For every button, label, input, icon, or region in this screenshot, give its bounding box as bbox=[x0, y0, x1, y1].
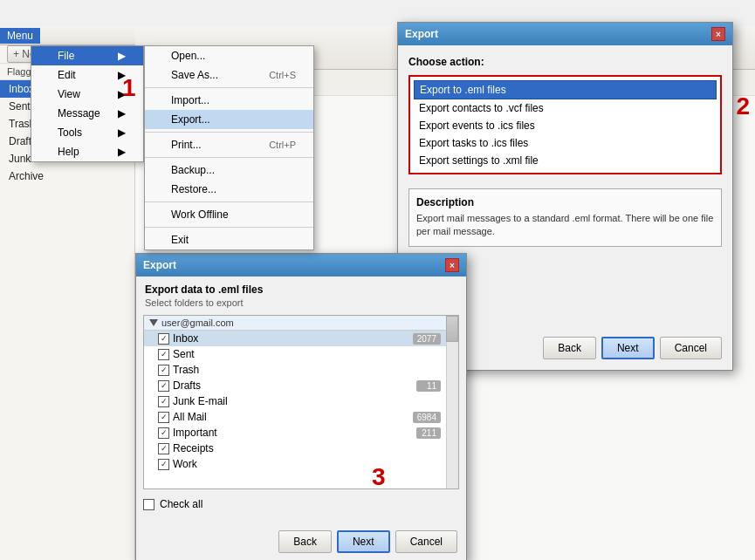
badge-inbox: 2077 bbox=[413, 333, 441, 345]
step-2-label: 2 bbox=[736, 92, 750, 120]
option-xml[interactable]: Export settings to .xml file bbox=[414, 152, 717, 169]
badge-sent bbox=[416, 349, 441, 360]
file-print[interactable]: Print... Ctrl+P bbox=[145, 135, 313, 154]
dialog-2-next-btn[interactable]: Next bbox=[337, 530, 390, 553]
menu-bar: Menu bbox=[0, 26, 135, 45]
checkbox-receipts[interactable] bbox=[158, 443, 169, 454]
description-section: Description Export mail messages to a st… bbox=[408, 188, 722, 247]
checkbox-drafts[interactable] bbox=[158, 380, 169, 392]
export-dialog-2: Export × Export data to .eml files Selec… bbox=[135, 253, 467, 560]
checkbox-trash[interactable] bbox=[158, 365, 169, 376]
label-receipts: Receipts bbox=[173, 442, 214, 454]
folder-allmail: All Mail 6984 bbox=[144, 409, 446, 425]
dialog-2-cancel-btn[interactable]: Cancel bbox=[395, 530, 457, 553]
option-tasks-ics[interactable]: Export tasks to .ics files bbox=[414, 134, 717, 152]
step-1-label: 1 bbox=[122, 74, 136, 102]
checkbox-important[interactable] bbox=[158, 427, 169, 439]
check-all-row: Check all bbox=[136, 493, 466, 516]
menu-tools[interactable]: Tools▶ bbox=[31, 123, 143, 142]
email-header-row: user@gmail.com bbox=[144, 316, 446, 331]
file-open[interactable]: Open... bbox=[145, 46, 313, 65]
folder-scroll[interactable]: user@gmail.com Inbox 2077 Sent bbox=[144, 316, 458, 488]
label-trash: Trash bbox=[173, 364, 199, 376]
file-export[interactable]: Export... bbox=[145, 110, 313, 129]
file-save-as[interactable]: Save As... Ctrl+S bbox=[145, 65, 313, 85]
dialog-2-back-btn[interactable]: Back bbox=[278, 530, 332, 553]
dialog-2-titlebar: Export × bbox=[136, 254, 466, 277]
check-all-label: Check all bbox=[160, 498, 202, 510]
email-address: user@gmail.com bbox=[161, 318, 234, 328]
badge-junk bbox=[416, 396, 441, 407]
check-all-checkbox[interactable] bbox=[143, 499, 154, 510]
option-events-ics[interactable]: Export events to .ics files bbox=[414, 117, 717, 134]
step-3-label: 3 bbox=[372, 463, 386, 491]
separator-1 bbox=[145, 87, 313, 88]
label-allmail: All Mail bbox=[173, 411, 207, 423]
dialog-2-buttons: Back Next Cancel bbox=[278, 530, 457, 553]
checkbox-sent[interactable] bbox=[158, 349, 169, 360]
choose-action-label: Choose action: bbox=[408, 56, 722, 68]
menu-top-item[interactable]: Menu bbox=[0, 28, 40, 44]
folder-important: Important 211 bbox=[144, 425, 446, 440]
scrollbar-thumb[interactable] bbox=[446, 316, 458, 342]
dialog-1-body: Choose action: Export to .eml files Expo… bbox=[398, 45, 732, 257]
file-restore[interactable]: Restore... bbox=[145, 180, 313, 199]
badge-trash bbox=[416, 365, 441, 376]
folder-sent: Sent bbox=[144, 346, 446, 362]
folder-junk: Junk E-mail bbox=[144, 393, 446, 409]
badge-important: 211 bbox=[416, 427, 441, 439]
sidebar-item-archive[interactable]: Archive bbox=[0, 167, 134, 185]
dialog-2-heading: Export data to .eml files bbox=[145, 283, 457, 296]
expand-icon bbox=[149, 319, 158, 326]
menu-message[interactable]: Message▶ bbox=[31, 104, 143, 123]
options-list: Export to .eml files Export contacts to … bbox=[408, 75, 722, 174]
dialog-2-close[interactable]: × bbox=[445, 258, 459, 272]
checkbox-inbox[interactable] bbox=[158, 333, 169, 345]
dialog-1-next-btn[interactable]: Next bbox=[601, 337, 655, 359]
description-label: Description bbox=[416, 196, 714, 208]
dialog-2-subheading: Select folders to export bbox=[145, 297, 457, 308]
badge-allmail: 6984 bbox=[413, 412, 441, 423]
separator-4 bbox=[145, 201, 313, 202]
folder-receipts: Receipts bbox=[144, 440, 446, 456]
scrollbar-track bbox=[446, 316, 458, 488]
folder-list-container: user@gmail.com Inbox 2077 Sent bbox=[143, 315, 459, 489]
label-inbox: Inbox bbox=[173, 332, 198, 345]
file-submenu: File▶ Edit▶ View▶ Message▶ Tools▶ Help▶ bbox=[31, 45, 144, 162]
badge-receipts bbox=[416, 443, 441, 454]
file-import[interactable]: Import... bbox=[145, 91, 313, 110]
label-drafts: Drafts bbox=[173, 379, 201, 392]
dialog-1-titlebar: Export × bbox=[398, 23, 732, 45]
label-junk: Junk E-mail bbox=[173, 395, 228, 407]
separator-2 bbox=[145, 132, 313, 133]
option-vcf[interactable]: Export contacts to .vcf files bbox=[414, 99, 717, 117]
file-exit[interactable]: Exit bbox=[145, 230, 313, 249]
label-important: Important bbox=[173, 427, 217, 439]
separator-5 bbox=[145, 227, 313, 228]
file-backup[interactable]: Backup... bbox=[145, 160, 313, 180]
dialog-2-heading-area: Export data to .eml files Select folders… bbox=[136, 277, 466, 311]
checkbox-allmail[interactable] bbox=[158, 412, 169, 423]
file-dropdown: Open... Save As... Ctrl+S Import... Expo… bbox=[144, 45, 314, 250]
option-eml[interactable]: Export to .eml files bbox=[414, 80, 717, 99]
dialog-1-back-btn[interactable]: Back bbox=[543, 337, 596, 359]
menu-help[interactable]: Help▶ bbox=[31, 142, 143, 161]
dialog-2-title: Export bbox=[143, 259, 176, 271]
file-work-offline[interactable]: Work Offline bbox=[145, 205, 313, 224]
description-text: Export mail messages to a standard .eml … bbox=[416, 212, 714, 239]
dialog-1-title: Export bbox=[405, 28, 438, 40]
badge-drafts: 11 bbox=[416, 380, 441, 392]
menu-file[interactable]: File▶ bbox=[31, 46, 143, 65]
folder-inbox: Inbox 2077 bbox=[144, 331, 446, 346]
dialog-1-close[interactable]: × bbox=[711, 27, 725, 41]
dialog-1-cancel-btn[interactable]: Cancel bbox=[660, 337, 722, 359]
checkbox-work[interactable] bbox=[158, 459, 169, 470]
separator-3 bbox=[145, 157, 313, 158]
label-work: Work bbox=[173, 458, 197, 470]
dialog-1-buttons: Back Next Cancel bbox=[543, 337, 722, 359]
checkbox-junk[interactable] bbox=[158, 396, 169, 407]
folder-trash: Trash bbox=[144, 362, 446, 378]
folder-work: Work bbox=[144, 456, 446, 472]
label-sent: Sent bbox=[173, 348, 195, 360]
badge-work bbox=[416, 459, 441, 470]
